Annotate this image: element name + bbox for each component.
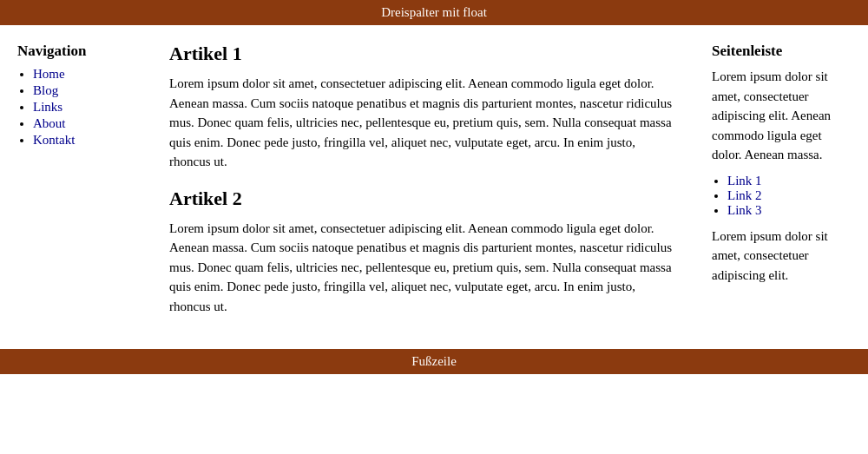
- main-content: Artikel 1 Lorem ipsum dolor sit amet, co…: [152, 34, 694, 340]
- article-2-title: Artikel 2: [169, 188, 677, 210]
- sidebar-outro: Lorem ipsum dolor sit amet, consectetuer…: [712, 227, 851, 286]
- nav-list: Home Blog Links About Kontakt: [17, 67, 135, 148]
- sidebar-link-1[interactable]: Link 1: [727, 174, 762, 188]
- sidebar-link-list: Link 1 Link 2 Link 3: [712, 174, 851, 218]
- footer-title: Fußzeile: [411, 354, 457, 368]
- nav-link-about[interactable]: About: [33, 116, 66, 130]
- list-item: Link 1: [727, 174, 851, 188]
- main-wrapper: Navigation Home Blog Links About Kontakt…: [0, 25, 868, 349]
- sidebar-link-2[interactable]: Link 2: [727, 188, 762, 202]
- nav-link-blog[interactable]: Blog: [33, 83, 58, 97]
- list-item: Link 3: [727, 203, 851, 218]
- nav-heading: Navigation: [17, 43, 135, 60]
- list-item: Links: [33, 100, 135, 115]
- navigation-sidebar: Navigation Home Blog Links About Kontakt: [0, 34, 152, 340]
- article-1-body: Lorem ipsum dolor sit amet, consectetuer…: [169, 74, 677, 172]
- sidebar-heading: Seitenleiste: [712, 43, 851, 60]
- header-title: Dreispalter mit float: [381, 5, 487, 19]
- list-item: Home: [33, 67, 135, 82]
- list-item: Blog: [33, 83, 135, 98]
- article-2-body: Lorem ipsum dolor sit amet, consectetuer…: [169, 219, 677, 317]
- page-footer: Fußzeile: [0, 349, 868, 374]
- page-header: Dreispalter mit float: [0, 0, 868, 25]
- sidebar-intro: Lorem ipsum dolor sit amet, consectetuer…: [712, 67, 851, 165]
- article-1-title: Artikel 1: [169, 43, 677, 65]
- nav-link-links[interactable]: Links: [33, 100, 62, 114]
- sidebar-link-3[interactable]: Link 3: [727, 203, 762, 217]
- nav-link-kontakt[interactable]: Kontakt: [33, 133, 75, 147]
- list-item: About: [33, 116, 135, 131]
- list-item: Kontakt: [33, 133, 135, 148]
- nav-link-home[interactable]: Home: [33, 67, 65, 81]
- right-sidebar: Seitenleiste Lorem ipsum dolor sit amet,…: [694, 34, 868, 340]
- list-item: Link 2: [727, 188, 851, 203]
